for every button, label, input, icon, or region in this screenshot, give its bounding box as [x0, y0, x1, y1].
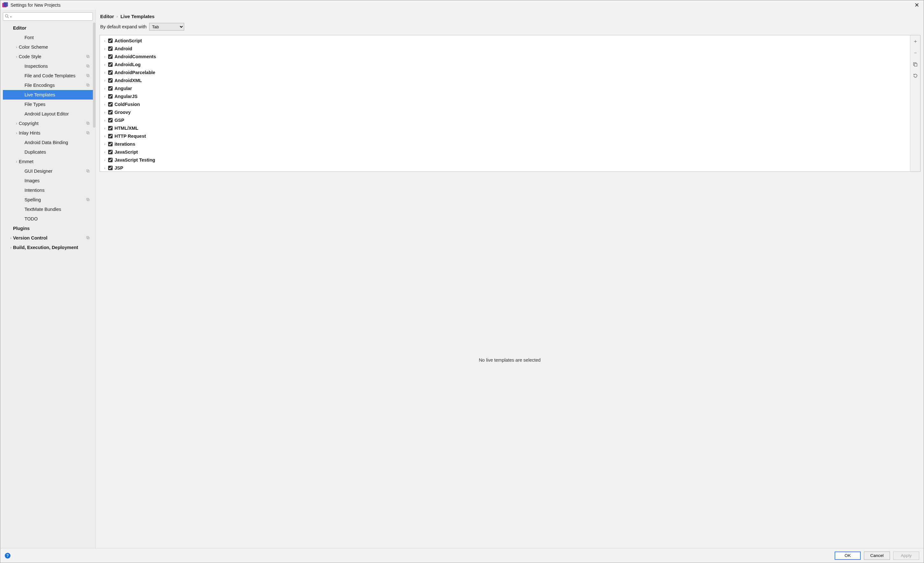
sidebar-item[interactable]: ›Build, Execution, Deployment	[3, 243, 93, 252]
breadcrumb-root[interactable]: Editor	[100, 14, 114, 19]
sidebar-item[interactable]: File Encodings	[3, 81, 93, 90]
sidebar-item[interactable]: TextMate Bundles	[3, 204, 93, 214]
template-group-row[interactable]: ›JSP	[100, 164, 910, 171]
template-group-row[interactable]: ›AndroidLog	[100, 60, 910, 68]
apply-button[interactable]: Apply	[893, 551, 919, 560]
chevron-right-icon[interactable]: ›	[102, 118, 107, 122]
template-group-row[interactable]: ›JavaScript	[100, 148, 910, 156]
template-group-checkbox[interactable]	[108, 78, 112, 83]
sidebar-item[interactable]: File and Code Templates	[3, 71, 93, 81]
template-group-checkbox[interactable]	[108, 134, 112, 138]
template-group-checkbox[interactable]	[108, 94, 112, 99]
template-group-row[interactable]: ›HTTP Request	[100, 132, 910, 140]
template-group-checkbox[interactable]	[108, 39, 112, 43]
sidebar-item[interactable]: ›Version Control	[3, 233, 93, 243]
sidebar-item[interactable]: ›Emmet	[3, 157, 93, 167]
close-icon[interactable]: ✕	[913, 1, 921, 9]
sidebar-item[interactable]: Live Templates	[3, 90, 93, 99]
template-group-row[interactable]: ›JavaScript Testing	[100, 156, 910, 164]
template-group-row[interactable]: ›Android	[100, 45, 910, 53]
chevron-right-icon[interactable]: ›	[102, 39, 107, 43]
chevron-right-icon[interactable]: ›	[102, 78, 107, 83]
template-group-row[interactable]: ›Groovy	[100, 108, 910, 116]
chevron-right-icon[interactable]: ›	[102, 55, 107, 59]
sidebar-item-label: Duplicates	[24, 150, 90, 155]
add-icon[interactable]: ＋	[912, 38, 919, 45]
chevron-right-icon[interactable]: ›	[102, 71, 107, 74]
template-group-row[interactable]: ›HTML/XML	[100, 124, 910, 132]
sidebar-item[interactable]: ›Color Scheme	[3, 42, 93, 52]
sidebar-item[interactable]: Editor	[3, 23, 93, 33]
chevron-right-icon[interactable]: ›	[102, 63, 107, 66]
template-group-row[interactable]: ›GSP	[100, 116, 910, 124]
sidebar-item[interactable]: Inspections	[3, 62, 93, 71]
template-group-row[interactable]: ›ColdFusion	[100, 100, 910, 108]
sidebar-item[interactable]: Font	[3, 33, 93, 42]
chevron-right-icon[interactable]: ›	[102, 47, 107, 51]
sidebar-scrollbar[interactable]	[93, 23, 95, 128]
template-group-name: AndroidLog	[114, 62, 141, 67]
sidebar-item[interactable]: Plugins	[3, 224, 93, 233]
remove-icon[interactable]: －	[912, 49, 919, 56]
template-group-row[interactable]: ›AndroidXML	[100, 77, 910, 84]
template-group-checkbox[interactable]	[108, 110, 112, 114]
help-icon[interactable]: ?	[5, 553, 10, 558]
sidebar-item[interactable]: ›Code Style	[3, 52, 93, 62]
template-group-checkbox[interactable]	[108, 158, 112, 162]
template-group-checkbox[interactable]	[108, 150, 112, 154]
sidebar-item[interactable]: Android Data Binding	[3, 138, 93, 147]
search-input[interactable]	[3, 12, 93, 21]
chevron-right-icon[interactable]: ›	[102, 134, 107, 138]
chevron-right-icon[interactable]: ›	[102, 102, 107, 106]
template-group-name: JavaScript	[114, 150, 138, 155]
chevron-right-icon[interactable]: ›	[102, 87, 107, 90]
chevron-right-icon: ›	[9, 246, 13, 249]
template-group-row[interactable]: ›AndroidParcelable	[100, 68, 910, 77]
chevron-right-icon[interactable]: ›	[102, 126, 107, 130]
template-group-checkbox[interactable]	[108, 86, 112, 91]
cancel-button[interactable]: Cancel	[864, 551, 890, 560]
sidebar-item[interactable]: Images	[3, 176, 93, 185]
chevron-right-icon[interactable]: ›	[102, 110, 107, 114]
template-group-checkbox[interactable]	[108, 118, 112, 122]
chevron-right-icon[interactable]: ›	[102, 150, 107, 154]
template-group-row[interactable]: ›ActionScript	[100, 37, 910, 45]
dialog-footer: ? OK Cancel Apply	[0, 548, 924, 563]
restore-icon[interactable]	[912, 72, 919, 79]
template-group-checkbox[interactable]	[108, 62, 112, 67]
sidebar-item[interactable]: Duplicates	[3, 147, 93, 157]
template-group-checkbox[interactable]	[108, 102, 112, 107]
template-group-checkbox[interactable]	[108, 166, 112, 170]
sidebar-item[interactable]: Intentions	[3, 185, 93, 195]
chevron-right-icon[interactable]: ›	[102, 166, 107, 170]
template-group-row[interactable]: ›Angular	[100, 84, 910, 92]
chevron-right-icon[interactable]: ›	[102, 158, 107, 162]
template-group-checkbox[interactable]	[108, 70, 112, 75]
ok-button[interactable]: OK	[835, 551, 861, 560]
svg-rect-16	[87, 170, 88, 171]
content-pane: Editor › Live Templates By default expan…	[96, 10, 924, 548]
sidebar-item-label: Emmet	[19, 159, 90, 164]
sidebar-item-label: Plugins	[13, 226, 90, 231]
duplicate-icon[interactable]	[912, 61, 919, 68]
sidebar-item[interactable]: ›Copyright	[3, 119, 93, 128]
sidebar-item[interactable]: ›Inlay Hints	[3, 128, 93, 138]
template-group-checkbox[interactable]	[108, 47, 112, 51]
sidebar-item[interactable]: GUI Designer	[3, 167, 93, 176]
chevron-right-icon[interactable]: ›	[102, 142, 107, 146]
sidebar-item[interactable]: Spelling	[3, 195, 93, 204]
chevron-right-icon[interactable]: ›	[102, 95, 107, 98]
settings-tree[interactable]: EditorFont›Color Scheme›Code StyleInspec…	[3, 23, 93, 548]
template-group-checkbox[interactable]	[108, 142, 112, 146]
sidebar-item-label: Code Style	[19, 54, 86, 59]
template-group-checkbox[interactable]	[108, 126, 112, 131]
default-expand-select[interactable]: Tab	[149, 23, 184, 30]
sidebar-item[interactable]: TODO	[3, 214, 93, 224]
template-group-row[interactable]: ›iterations	[100, 140, 910, 148]
sidebar-item[interactable]: File Types	[3, 99, 93, 109]
template-group-row[interactable]: ›AndroidComments	[100, 53, 910, 60]
template-group-row[interactable]: ›AngularJS	[100, 92, 910, 100]
template-list[interactable]: ›ActionScript›Android›AndroidComments›An…	[100, 35, 910, 171]
template-group-checkbox[interactable]	[108, 54, 112, 59]
sidebar-item[interactable]: Android Layout Editor	[3, 109, 93, 119]
